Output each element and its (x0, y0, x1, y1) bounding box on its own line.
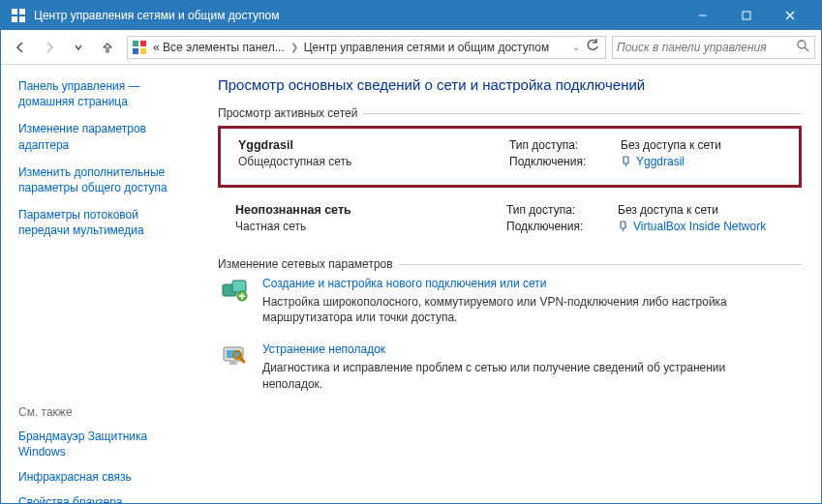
body: Панель управления — домашняя страница Из… (1, 65, 821, 503)
page-heading: Просмотр основных сведений о сети и наст… (218, 76, 802, 93)
toolbar: « Все элементы панел... ❯ Центр управлен… (1, 30, 821, 65)
sidebar-browser[interactable]: Свойства браузера (18, 494, 185, 504)
back-button[interactable] (7, 34, 34, 61)
connection-link[interactable]: Yggdrasil (636, 155, 685, 168)
content: Просмотр основных сведений о сети и наст… (195, 65, 821, 503)
close-button[interactable] (768, 1, 811, 30)
access-value: Без доступа к сети (621, 138, 721, 152)
svg-rect-0 (12, 9, 17, 15)
sidebar-sharing-settings[interactable]: Изменить дополнительные параметры общего… (18, 164, 185, 195)
network-name: Неопознанная сеть (235, 203, 506, 217)
search-box[interactable] (612, 36, 815, 59)
sidebar: Панель управления — домашняя страница Из… (1, 65, 195, 503)
task-new-connection-desc: Настройка широкополосного, коммутируемог… (262, 294, 746, 325)
active-networks-header: Просмотр активных сетей (218, 106, 802, 120)
sidebar-home[interactable]: Панель управления — домашняя страница (18, 78, 185, 109)
troubleshoot-icon (218, 342, 251, 391)
svg-rect-3 (19, 16, 25, 22)
connection-link[interactable]: VirtualBox Inside Network (633, 220, 766, 233)
svg-point-12 (798, 41, 806, 48)
ethernet-icon (621, 156, 632, 170)
search-icon[interactable] (795, 40, 810, 55)
history-dropdown-icon[interactable]: ⌄ (570, 42, 582, 52)
conn-label: Подключения: (506, 220, 618, 235)
access-label: Тип доступа: (506, 203, 618, 217)
svg-rect-25 (229, 362, 237, 365)
address-bar[interactable]: « Все элементы панел... ❯ Центр управлен… (127, 36, 606, 59)
forward-button[interactable] (36, 34, 63, 61)
refresh-button[interactable] (582, 39, 603, 55)
chevron-right-icon[interactable]: ❯ (289, 42, 300, 52)
see-also-title: См. также (18, 405, 185, 419)
network-name: Yggdrasil (238, 138, 509, 152)
network-type: Частная сеть (235, 220, 506, 233)
svg-rect-16 (621, 222, 625, 228)
new-connection-icon (218, 277, 251, 325)
minimize-button[interactable] (681, 1, 724, 30)
maximize-button[interactable] (724, 1, 768, 30)
access-value: Без доступа к сети (618, 203, 718, 217)
svg-rect-11 (140, 48, 146, 54)
svg-rect-9 (140, 41, 146, 46)
task-troubleshoot-desc: Диагностика и исправление проблем с сеть… (262, 360, 746, 391)
network-entry-highlighted: Yggdrasil Общедоступная сеть Тип доступа… (218, 126, 802, 188)
window-titlebar: Центр управления сетями и общим доступом (1, 1, 821, 30)
app-icon (11, 8, 26, 23)
up-button[interactable] (94, 34, 121, 61)
svg-line-13 (805, 47, 808, 51)
change-settings-header: Изменение сетевых параметров (218, 257, 802, 271)
breadcrumb-seg-1[interactable]: « Все элементы панел... (149, 41, 289, 54)
svg-rect-8 (133, 41, 138, 46)
svg-rect-10 (133, 48, 138, 54)
breadcrumb-seg-2[interactable]: Центр управления сетями и общим доступом (300, 41, 554, 54)
sidebar-spacer (18, 251, 185, 405)
window-title: Центр управления сетями и общим доступом (34, 9, 681, 22)
recent-dropdown[interactable] (65, 34, 92, 61)
svg-rect-5 (743, 12, 750, 19)
task-new-connection: Создание и настройка нового подключения … (218, 277, 802, 325)
svg-rect-2 (12, 16, 17, 22)
conn-label: Подключения: (509, 155, 621, 170)
task-new-connection-link[interactable]: Создание и настройка нового подключения … (262, 277, 547, 290)
network-entry: Неопознанная сеть Частная сеть Тип досту… (218, 199, 802, 250)
search-input[interactable] (617, 41, 795, 54)
control-panel-icon (132, 40, 147, 55)
change-settings-title: Изменение сетевых параметров (218, 257, 393, 271)
sidebar-firewall[interactable]: Брандмауэр Защитника Windows (18, 429, 185, 460)
svg-rect-19 (232, 281, 246, 292)
task-troubleshoot-link[interactable]: Устранение неполадок (262, 342, 385, 356)
network-type: Общедоступная сеть (238, 155, 509, 168)
ethernet-icon (618, 221, 629, 235)
sidebar-adapter-settings[interactable]: Изменение параметров адаптера (18, 121, 185, 152)
svg-rect-1 (19, 9, 25, 15)
active-networks-title: Просмотр активных сетей (218, 106, 357, 120)
sidebar-streaming[interactable]: Параметры потоковой передачи мультимедиа (18, 207, 185, 238)
svg-rect-14 (624, 157, 628, 163)
sidebar-infrared[interactable]: Инфракрасная связь (18, 469, 185, 485)
task-troubleshoot: Устранение неполадок Диагностика и испра… (218, 342, 802, 391)
access-label: Тип доступа: (509, 138, 621, 152)
